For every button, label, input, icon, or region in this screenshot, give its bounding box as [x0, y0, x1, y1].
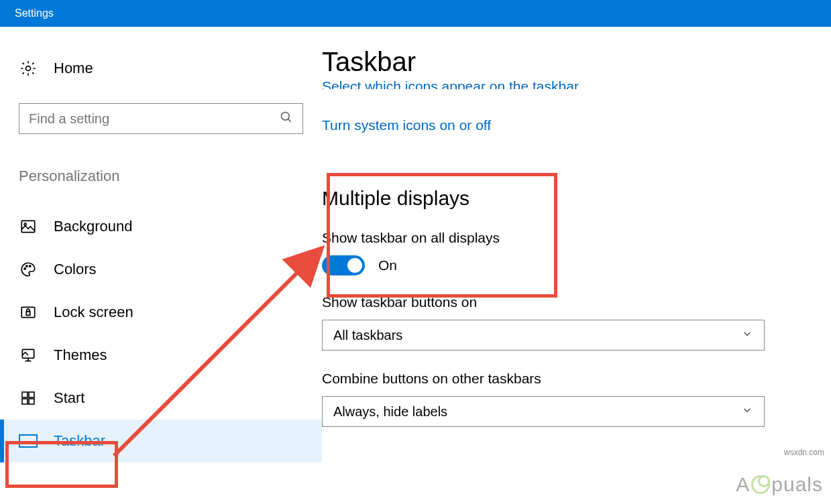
watermark-text-suffix: puals — [771, 473, 823, 496]
themes-icon — [19, 346, 38, 365]
sidebar-item-background[interactable]: Background — [0, 205, 322, 248]
dropdown-value: All taskbars — [333, 328, 402, 343]
svg-point-0 — [26, 66, 31, 71]
link-select-icons[interactable]: Select which icons appear on the taskbar — [322, 78, 811, 89]
toggle-knob — [347, 258, 362, 273]
dropdown-value: Always, hide labels — [333, 404, 447, 420]
sidebar-item-label: Taskbar — [54, 432, 105, 450]
home-label: Home — [54, 60, 93, 77]
combine-dropdown[interactable]: Always, hide labels — [322, 396, 765, 427]
svg-rect-13 — [22, 399, 27, 404]
watermark-text-prefix: A — [736, 473, 750, 496]
show-all-displays-toggle[interactable] — [322, 255, 365, 275]
svg-point-6 — [26, 265, 27, 267]
start-icon — [19, 389, 38, 407]
svg-rect-9 — [26, 312, 30, 315]
sidebar-item-label: Themes — [54, 346, 107, 364]
source-url-note: wsxdn.com — [784, 448, 824, 457]
sidebar-item-colors[interactable]: Colors — [0, 248, 322, 291]
chevron-down-icon — [741, 404, 753, 420]
svg-line-2 — [288, 119, 291, 122]
gear-icon — [19, 59, 38, 78]
section-label: Personalization — [0, 168, 322, 185]
search-input[interactable] — [29, 111, 280, 127]
svg-point-5 — [24, 268, 25, 269]
link-system-icons[interactable]: Turn system icons on or off — [322, 117, 491, 133]
palette-icon — [19, 260, 38, 279]
main-panel: Taskbar Select which icons appear on the… — [322, 27, 831, 504]
window-titlebar: Settings — [0, 0, 831, 27]
sidebar-item-taskbar[interactable]: Taskbar — [0, 420, 322, 462]
sidebar: Home Personalization Background — [0, 27, 322, 504]
show-all-displays-label: Show taskbar on all displays — [322, 230, 811, 246]
svg-rect-11 — [22, 392, 27, 397]
content-area: Home Personalization Background — [0, 27, 831, 504]
svg-point-1 — [282, 113, 290, 121]
sidebar-item-themes[interactable]: Themes — [0, 334, 322, 377]
toggle-state-label: On — [378, 257, 397, 273]
sidebar-item-label: Start — [54, 389, 85, 407]
svg-rect-12 — [29, 392, 34, 397]
sidebar-item-label: Lock screen — [54, 304, 133, 321]
search-box[interactable] — [19, 103, 303, 134]
sidebar-item-label: Colors — [54, 261, 97, 278]
combine-label: Combine buttons on other taskbars — [322, 371, 811, 387]
sidebar-item-label: Background — [54, 218, 132, 235]
picture-icon — [19, 217, 38, 236]
sidebar-home[interactable]: Home — [0, 54, 322, 83]
sidebar-item-start[interactable]: Start — [0, 377, 322, 420]
svg-point-7 — [30, 265, 31, 267]
search-icon — [280, 111, 293, 127]
svg-rect-15 — [19, 435, 37, 447]
svg-point-4 — [24, 223, 26, 225]
sidebar-item-lockscreen[interactable]: Lock screen — [0, 291, 322, 334]
svg-rect-14 — [29, 399, 34, 404]
watermark-logo-icon — [751, 475, 770, 494]
show-buttons-dropdown[interactable]: All taskbars — [322, 320, 765, 351]
window-title: Settings — [15, 7, 54, 19]
chevron-down-icon — [741, 328, 753, 343]
watermark: A puals — [736, 473, 823, 496]
lockscreen-icon — [19, 303, 38, 322]
svg-rect-3 — [21, 220, 35, 232]
section-multiple-displays: Multiple displays — [322, 187, 811, 210]
show-buttons-label: Show taskbar buttons on — [322, 294, 811, 310]
taskbar-icon — [19, 432, 38, 450]
show-all-displays-toggle-row: On — [322, 255, 811, 275]
page-title: Taskbar — [322, 47, 811, 77]
